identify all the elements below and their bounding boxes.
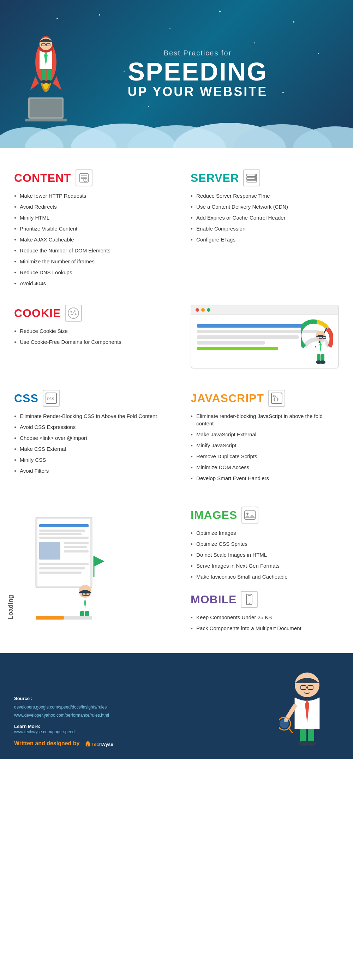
learn-link[interactable]: www.techwyse.com/page-speed (14, 729, 75, 734)
images-title-text: IMAGES (191, 509, 237, 522)
content-server-row: CONTENT Make fewer HTTP Requests Avoid (0, 162, 353, 298)
js-title: JAVASCRIPT {} JS (191, 390, 339, 407)
svg-point-39 (73, 312, 75, 313)
css-icon: CSS (43, 390, 60, 407)
svg-rect-79 (245, 511, 255, 519)
mobile-section: MOBILE Keep Components Under 25 KB Pack … (191, 591, 339, 632)
browser-dot-red (196, 308, 199, 312)
cookie-title: COOKIE (14, 305, 162, 321)
server-list: Reduce Server Response Time Use a Conten… (191, 192, 339, 243)
cookie-list: Reduce Cookie Size Use Cookie-Free Domai… (14, 327, 162, 345)
css-title-text: CSS (14, 392, 38, 405)
rocket-figure (21, 20, 71, 127)
svg-text:{}: {} (273, 397, 279, 402)
list-item: Use Cookie-Free Domains for Components (14, 338, 162, 345)
mobile-title-text: MOBILE (191, 593, 237, 606)
list-item: Reduce DNS Lookups (14, 269, 162, 276)
list-item: Prioritize Visible Content (14, 225, 162, 232)
js-icon: {} JS (268, 390, 285, 407)
svg-point-82 (249, 603, 250, 604)
list-item: Minify JavaScript (191, 442, 339, 449)
footer-figure (275, 664, 339, 748)
server-col: SERVER Reduce Server Response Time Use a… (176, 162, 353, 298)
images-title: IMAGES (191, 507, 339, 523)
server-title-text: SERVER (191, 172, 239, 185)
svg-rect-86 (87, 745, 88, 746)
images-section: IMAGES Optimize Images Optimize CSS Spri… (191, 507, 339, 581)
header-section: Best Practices for SPEEDING UP YOUR WEBS… (0, 0, 353, 148)
list-item: Minimize the Number of iframes (14, 258, 162, 265)
list-item: Make fewer HTTP Requests (14, 192, 162, 199)
svg-text:Wyse: Wyse (101, 742, 113, 747)
svg-rect-65 (39, 563, 89, 565)
list-item: Optimize Images (191, 529, 339, 536)
loading-figure (22, 503, 176, 623)
mobile-list: Keep Components Under 25 KB Pack Compone… (191, 614, 339, 632)
source-link-2[interactable]: www.developer.yahoo.com/performance/rule… (14, 713, 109, 718)
list-item: Enable Compression (191, 225, 339, 232)
loading-images-row: Loading (0, 503, 353, 639)
server-title: SERVER (191, 169, 339, 186)
content-col: CONTENT Make fewer HTTP Requests Avoid (0, 162, 176, 298)
svg-rect-59 (39, 533, 81, 535)
svg-point-100 (306, 741, 316, 746)
browser-mockup (191, 305, 339, 369)
header-subtitle: Best Practices for (128, 49, 268, 57)
css-title: CSS CSS (14, 390, 162, 407)
svg-point-80 (246, 512, 248, 515)
svg-rect-62 (64, 542, 89, 544)
svg-line-96 (288, 728, 292, 733)
source-label: Source : (14, 696, 32, 701)
list-item: Minify HTML (14, 214, 162, 221)
list-item: Configure ETags (191, 236, 339, 243)
svg-point-36 (74, 310, 76, 312)
brand-name: Tech Wyse (83, 740, 115, 747)
images-list: Optimize Images Optimize CSS Sprites Do … (191, 529, 339, 581)
progress-line (197, 330, 319, 333)
svg-rect-66 (39, 567, 85, 570)
progress-line (197, 347, 278, 350)
list-item: Use a Content Delivery Network (CDN) (191, 203, 339, 210)
svg-rect-64 (64, 550, 89, 552)
progress-line (197, 324, 305, 328)
content-list: Make fewer HTTP Requests Avoid Redirects… (14, 192, 162, 287)
list-item: Reduce the Number of DOM Elements (14, 247, 162, 254)
list-item: Reduce Server Response Time (191, 192, 339, 199)
svg-rect-58 (39, 530, 85, 531)
svg-rect-8 (42, 69, 46, 81)
list-item: Remove Duplicate Scripts (191, 453, 339, 460)
svg-rect-31 (247, 180, 257, 182)
loading-label: Loading (0, 503, 22, 623)
list-item: Keep Components Under 25 KB (191, 614, 339, 621)
list-item: Avoid CSS Expressions (14, 423, 162, 431)
svg-rect-60 (39, 536, 89, 539)
svg-point-95 (280, 719, 289, 728)
cookie-perf-row: COOKIE Reduce Cookie Size Use Cookie-Fre… (0, 298, 353, 375)
list-item: Avoid Filters (14, 467, 162, 474)
images-mobile-col: IMAGES Optimize Images Optimize CSS Spri… (176, 503, 353, 639)
list-item: Serve Images in Next-Gen Formats (191, 562, 339, 570)
server-icon (243, 169, 260, 186)
svg-point-33 (254, 178, 256, 179)
progress-line (197, 336, 299, 339)
svg-point-38 (75, 313, 76, 315)
svg-point-32 (254, 174, 256, 176)
svg-rect-14 (25, 119, 67, 121)
footer-learn: Learn More: www.techwyse.com/page-speed (14, 724, 275, 734)
source-link-1[interactable]: developers.google.com/speed/docs/insight… (14, 705, 107, 710)
svg-rect-13 (30, 99, 62, 117)
content-title: CONTENT (14, 169, 162, 186)
learn-label: Learn More: (14, 724, 40, 729)
cookie-icon (65, 305, 82, 321)
browser-bar (191, 305, 338, 315)
list-item: Do not Scale Images in HTML (191, 551, 339, 558)
svg-rect-67 (39, 571, 81, 574)
footer-source: Source : developers.google.com/speed/doc… (14, 694, 275, 719)
list-item: Minify CSS (14, 456, 162, 463)
images-icon (242, 507, 258, 523)
list-item: Make AJAX Cacheable (14, 236, 162, 243)
header-text: Best Practices for SPEEDING UP YOUR WEBS… (128, 49, 268, 99)
list-item: Choose <link> over @Import (14, 434, 162, 442)
browser-dot-green (207, 308, 210, 312)
cookie-title-text: COOKIE (14, 307, 61, 320)
